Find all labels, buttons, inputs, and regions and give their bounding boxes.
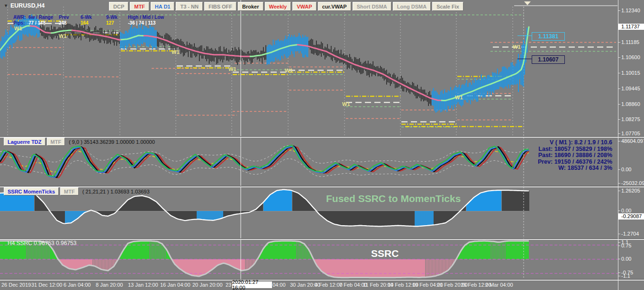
price-axis-label: 1.12340 — [621, 8, 640, 13]
laguerre-axis-label: -25032.09 — [621, 180, 644, 186]
awr-val-6wk: 164 — [81, 20, 89, 26]
price-flag-upper: 1.11381 — [532, 32, 565, 41]
awr-col-prev: Prev — [59, 15, 69, 20]
toolbar-button-long-dsma[interactable]: Long DSMA — [393, 2, 431, 11]
price-axis-label: 1.10600 — [621, 54, 640, 60]
flag-line-upper — [517, 35, 532, 36]
laguerre-stats: V ( M1 ): 8.2 / 1.9 / 10.6Last: 18057 / … — [480, 140, 612, 172]
price-axis-label: 1.08275 — [621, 116, 640, 122]
momenticks-axis-label: 0.00 — [621, 208, 631, 213]
panel-separator-3[interactable] — [0, 238, 644, 240]
mt4-chart-window: ▼ EURUSD,H4 DCPMTFHA D1T3 - NNFIBS OFFBr… — [0, 0, 644, 290]
time-axis-label: 13 Jan 12:00 — [128, 282, 158, 288]
laguerre-axis-label: 48604.097 — [621, 138, 644, 144]
price-axis[interactable]: 1.123401.111851.106001.100151.094451.088… — [618, 0, 644, 290]
awr-row-label: AWR: — [13, 15, 26, 20]
time-axis-label: 8 Jan 20:00 — [96, 282, 123, 288]
toolbar-button-broker[interactable]: Broker — [238, 2, 263, 11]
time-axis-label: 23 — [226, 282, 231, 288]
toolbar-button-fibs-off[interactable]: FIBS OFF — [204, 2, 236, 11]
momenticks-header: SSRC MomenTicks MTF ( 21,21,21 ) 1.03693… — [4, 187, 150, 195]
price-axis-label: 1.08860 — [621, 101, 640, 107]
toolbar-button-short-dsma[interactable]: Short DSMA — [353, 2, 391, 11]
awr-col-6wk: 6-Wk — [81, 15, 92, 20]
momenticks-axis-label: -1.2704 — [621, 231, 639, 237]
ssrc-overlay-text: SSRC — [371, 248, 399, 259]
chart-title[interactable]: ▼ EURUSD,H4 — [4, 2, 45, 9]
time-axis-label: 04:00 — [272, 282, 286, 288]
ssrc-axis-label: 0.00 — [621, 256, 631, 262]
w1-pivot-label: W1 — [342, 101, 350, 107]
momenticks-params: ( 21,21,21 ) 1.03693 1.03693 — [82, 189, 150, 194]
w1-pivot-label: W1 — [172, 49, 180, 55]
ssrc-axis-label: -1.1 — [621, 273, 630, 279]
laguerre-mtf-button[interactable]: MTF — [47, 138, 65, 146]
awr-col-high-mid-low: High / Mid / Low — [128, 15, 164, 20]
toolbar-button-t3-nn[interactable]: T3 - NN — [176, 2, 203, 11]
time-axis[interactable]: 2020.01.27 16:00 26 Dec 201931 Dec 12:00… — [0, 280, 618, 290]
w1-pivot-label: W1 — [228, 66, 236, 72]
ssrc-panel-title: H4 SSRC 0.96753 0.96753 — [8, 240, 76, 246]
price-flag-lower: 1.10607 — [532, 55, 565, 64]
momenticks-mtf-button[interactable]: MTF — [60, 187, 79, 195]
time-axis-label: 16 Jan 04:00 — [160, 282, 190, 288]
laguerre-stat-line: Past: 18690 / 38886 / 208% — [480, 152, 612, 159]
momenticks-indicator-button[interactable]: SSRC MomenTicks — [4, 187, 59, 195]
selected-time-box: 2020.01.27 16:00 — [232, 281, 272, 288]
price-axis-label: 1.09445 — [621, 86, 640, 91]
awr-val-prev: 248 — [59, 20, 67, 26]
toolbar-button-scale-fix[interactable]: Scale Fix — [432, 2, 463, 11]
pips-row-label: Pips: — [13, 20, 25, 26]
time-axis-label: 6 Jan 04:00 — [63, 282, 91, 288]
ssrc-panel-chart[interactable] — [0, 239, 618, 279]
awr-col-9wk: 9-Wk — [106, 15, 118, 20]
laguerre-indicator-button[interactable]: Laguerre TDZ — [4, 138, 45, 146]
toolbar-button-weekly[interactable]: Weekly — [265, 2, 291, 11]
toolbar-button-mtf[interactable]: MTF — [130, 2, 149, 11]
laguerre-stat-line: Prev: 19150 / 46376 / 242% — [480, 159, 612, 166]
laguerre-stat-line: W: 18537 / 634 / 3% — [480, 165, 612, 172]
flag-line-lower — [517, 59, 532, 59]
time-axis-label: 4 Feb 12:00 — [315, 282, 343, 288]
toolbar-button-vwap[interactable]: VWAP — [292, 2, 316, 11]
momenticks-axis-label: 1.26205 — [621, 188, 640, 193]
laguerre-header: Laguerre TDZ MTF ( 9,0 ) 35143.36239 1.0… — [4, 138, 155, 146]
collapse-arrow-icon[interactable]: ▼ — [4, 3, 8, 8]
w1-pivot-label: W1 — [285, 68, 293, 73]
price-axis-label: 1.10015 — [621, 70, 640, 76]
current-price-label: 1.11737 — [618, 24, 644, 30]
ssrc-axis-label: 0.75 — [621, 243, 631, 248]
current-bar-marker-icon — [524, 1, 531, 5]
toolbar-button-dcp[interactable]: DCP — [109, 2, 128, 11]
laguerre-stat-line: V ( M1 ): 8.2 / 1.9 / 10.6 — [480, 140, 612, 146]
laguerre-params: ( 9,0 ) 35143.36239 1.00000 1.00000 — [69, 139, 155, 145]
awr-col-6w-range: 6w / Range — [28, 15, 53, 20]
laguerre-stat-line: Last: 18057 / 35829 / 198% — [480, 146, 612, 153]
time-axis-label: 2 Mar 04:00 — [485, 282, 513, 288]
price-axis-label: 1.07705 — [621, 131, 640, 136]
toolbar-button-ha-d1[interactable]: HA D1 — [151, 2, 175, 11]
main-price-chart[interactable] — [0, 0, 618, 136]
time-axis-label: 20 Jan 20:00 — [192, 282, 223, 288]
price-axis-label: 1.11185 — [621, 39, 639, 45]
awr-val-6w-range: 77 / 148 — [28, 20, 45, 26]
w1-pivot-label: W1 — [513, 44, 521, 50]
symbol-period-label: EURUSD,H4 — [10, 2, 45, 9]
fused-ssrc-overlay-text: Fused SSRC to MomenTicks — [326, 193, 461, 204]
w1-pivot-label: W1 — [59, 33, 67, 39]
awr-val-high-mid-low: -36 | 74 | 113 — [128, 20, 155, 26]
w1-pivot-label: W1 — [14, 26, 22, 31]
w1-pivot-label: W1 — [455, 95, 463, 100]
laguerre-axis-label: 0.00 — [621, 167, 631, 172]
time-axis-label: 26 Dec 2019 — [1, 282, 31, 288]
time-axis-label: 31 Dec 12:00 — [31, 282, 62, 288]
indicator-toolbar: DCPMTFHA D1T3 - NNFIBS OFFBrokerWeeklyVW… — [109, 2, 463, 11]
momenticks-current-label: -0.29087 — [618, 213, 644, 220]
toolbar-button-cur-vwap[interactable]: cur.VWAP — [318, 2, 351, 11]
awr-val-9wk: 127 — [106, 20, 114, 26]
